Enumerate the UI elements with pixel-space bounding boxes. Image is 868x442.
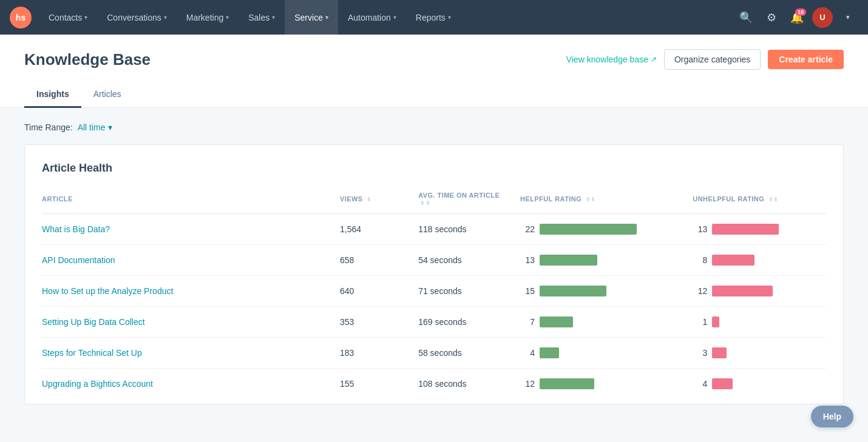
helpful-number: 22 <box>520 224 535 234</box>
chevron-down-icon: ▾ <box>272 14 275 21</box>
helpful-number: 7 <box>520 317 535 327</box>
chevron-down-icon: ▾ <box>226 14 229 21</box>
topnav: hs Contacts ▾ Conversations ▾ Marketing … <box>0 0 868 35</box>
search-button[interactable]: 🔍 <box>736 7 756 28</box>
nav-items: Contacts ▾ Conversations ▾ Marketing ▾ S… <box>39 0 736 35</box>
helpful-number: 4 <box>520 348 535 358</box>
unhelpful-number: 1 <box>693 317 707 327</box>
nav-service[interactable]: Service ▾ <box>285 0 338 35</box>
page-header: Knowledge Base View knowledge base ↗ Org… <box>0 35 868 108</box>
unhelpful-bar <box>712 378 733 389</box>
helpful-cell: 15 <box>520 276 693 307</box>
article-link[interactable]: Upgrading a Bightics Account <box>42 379 153 389</box>
helpful-number: 13 <box>520 255 535 265</box>
helpful-number: 15 <box>520 286 535 296</box>
nav-marketing[interactable]: Marketing ▾ <box>177 0 239 35</box>
svg-text:hs: hs <box>16 13 26 22</box>
create-article-button[interactable]: Create article <box>768 50 844 69</box>
article-link[interactable]: Setting Up Big Data Collect <box>42 317 145 327</box>
unhelpful-cell: 1 <box>693 307 826 338</box>
table-row: What is Big Data? 1,564 118 seconds 22 1… <box>42 214 826 245</box>
sort-icon: ⬆⬇ <box>768 196 779 203</box>
sort-icon: ⬇ <box>367 196 371 203</box>
notifications-button[interactable]: 🔔 18 <box>787 7 807 28</box>
table-row: API Documentation 658 54 seconds 13 8 <box>42 245 826 276</box>
unhelpful-bar <box>712 347 727 358</box>
gear-icon: ⚙ <box>767 11 776 24</box>
unhelpful-cell: 8 <box>693 245 826 276</box>
main-content: Time Range: All time ▾ Article Health Ar… <box>0 108 868 419</box>
col-header-article[interactable]: Article <box>42 187 340 214</box>
settings-button[interactable]: ⚙ <box>761 7 782 28</box>
views-cell: 640 <box>340 276 418 307</box>
helpful-bar <box>540 286 606 296</box>
tabs: Insights Articles <box>24 82 844 107</box>
page-title: Knowledge Base <box>24 50 151 69</box>
unhelpful-bar <box>712 224 779 235</box>
avg-time-cell: 118 seconds <box>418 214 520 245</box>
col-header-avg-time[interactable]: Avg. Time on Article ⬆⬇ <box>418 187 520 214</box>
account-chevron-icon[interactable]: ▾ <box>838 7 858 28</box>
unhelpful-number: 13 <box>693 224 707 234</box>
nav-right: 🔍 ⚙ 🔔 18 U ▾ <box>736 7 858 28</box>
nav-conversations[interactable]: Conversations ▾ <box>97 0 177 35</box>
nav-sales[interactable]: Sales ▾ <box>239 0 285 35</box>
nav-automation[interactable]: Automation ▾ <box>338 0 406 35</box>
article-cell: Upgrading a Bightics Account <box>42 369 340 400</box>
notification-badge: 18 <box>795 8 806 16</box>
external-link-icon: ↗ <box>651 55 657 64</box>
avg-time-cell: 108 seconds <box>418 369 520 400</box>
nav-contacts[interactable]: Contacts ▾ <box>39 0 97 35</box>
helpful-cell: 7 <box>520 307 693 338</box>
unhelpful-bar <box>712 255 754 266</box>
view-knowledge-base-link[interactable]: View knowledge base ↗ <box>566 55 657 64</box>
article-cell: What is Big Data? <box>42 214 340 245</box>
table-row: Upgrading a Bightics Account 155 108 sec… <box>42 369 826 400</box>
article-link[interactable]: What is Big Data? <box>42 224 110 234</box>
helpful-cell: 4 <box>520 338 693 369</box>
search-icon: 🔍 <box>739 11 753 24</box>
unhelpful-cell: 13 <box>693 214 826 245</box>
article-link[interactable]: Steps for Technical Set Up <box>42 348 142 358</box>
views-cell: 183 <box>340 338 418 369</box>
article-link[interactable]: API Documentation <box>42 255 115 265</box>
unhelpful-number: 12 <box>693 286 707 296</box>
avatar[interactable]: U <box>812 7 833 28</box>
table-row: How to Set up the Analyze Product 640 71… <box>42 276 826 307</box>
page-actions: View knowledge base ↗ Organize categorie… <box>566 49 844 70</box>
help-button[interactable]: Help <box>811 406 853 419</box>
avg-time-cell: 54 seconds <box>418 245 520 276</box>
helpful-bar <box>540 347 559 358</box>
avg-time-cell: 71 seconds <box>418 276 520 307</box>
unhelpful-bar <box>712 316 719 327</box>
col-header-unhelpful[interactable]: Unhelpful Rating ⬆⬇ <box>693 187 826 214</box>
tab-articles[interactable]: Articles <box>81 82 134 108</box>
article-health-title: Article Health <box>42 162 826 175</box>
article-cell: Steps for Technical Set Up <box>42 338 340 369</box>
unhelpful-cell: 12 <box>693 276 826 307</box>
nav-reports[interactable]: Reports ▾ <box>406 0 461 35</box>
tab-insights[interactable]: Insights <box>24 82 81 108</box>
chevron-down-icon: ▾ <box>164 14 167 21</box>
article-cell: API Documentation <box>42 245 340 276</box>
unhelpful-number: 4 <box>693 379 707 389</box>
article-link[interactable]: How to Set up the Analyze Product <box>42 286 173 296</box>
article-cell: Setting Up Big Data Collect <box>42 307 340 338</box>
article-cell: How to Set up the Analyze Product <box>42 276 340 307</box>
organize-categories-button[interactable]: Organize categories <box>664 49 761 70</box>
chevron-down-icon: ▾ <box>393 14 396 21</box>
hubspot-logo[interactable]: hs <box>10 7 32 28</box>
unhelpful-cell: 3 <box>693 338 826 369</box>
helpful-bar <box>540 316 573 327</box>
unhelpful-bar <box>712 286 773 296</box>
col-header-views[interactable]: Views ⬇ <box>340 187 418 214</box>
time-range-row: Time Range: All time ▾ <box>24 122 844 132</box>
col-header-helpful[interactable]: Helpful Rating ⬆⬇ <box>520 187 693 214</box>
unhelpful-number: 8 <box>693 255 707 265</box>
chevron-down-icon: ▾ <box>325 14 328 21</box>
views-cell: 658 <box>340 245 418 276</box>
helpful-bar <box>540 255 597 266</box>
helpful-bar <box>540 378 594 389</box>
time-range-selector[interactable]: All time ▾ <box>78 122 112 132</box>
views-cell: 155 <box>340 369 418 400</box>
